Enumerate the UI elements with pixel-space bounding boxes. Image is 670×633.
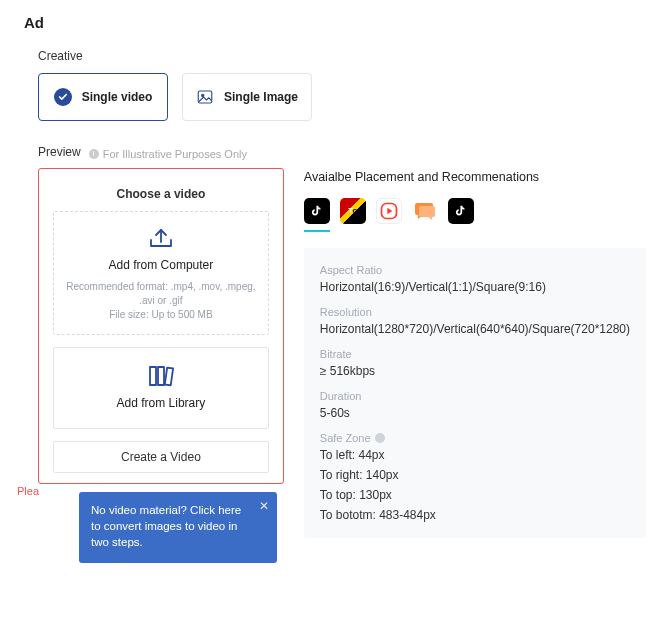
preview-label: Preview [38,145,81,159]
image-icon [196,88,214,106]
preview-header: Preview i For Illustrative Purposes Only [38,145,646,160]
safezone-top: To top: 130px [320,488,630,502]
app-icon-tiktok[interactable] [304,198,330,224]
error-text: Plea [17,485,39,497]
tooltip-convert-images: No video material? Click here to convert… [79,492,277,562]
single-image-label: Single Image [224,90,298,104]
aspect-ratio-label: Aspect Ratio [320,264,630,276]
duration-value: 5-60s [320,406,630,420]
preview-note-text: For Illustrative Purposes Only [103,148,247,160]
bitrate-value: ≥ 516kbps [320,364,630,378]
page-title: Ad [24,14,646,31]
creative-label: Creative [38,49,646,63]
app-icon-vigo[interactable] [376,198,402,224]
spec-box: Aspect Ratio Horizontal(16:9)/Vertical(1… [304,248,646,538]
create-video-button[interactable]: Create a Video [53,441,269,473]
add-from-computer-label: Add from Computer [64,258,258,272]
single-video-option[interactable]: Single video [38,73,168,121]
info-icon: i [89,149,99,159]
tooltip-text: No video material? Click here to convert… [91,504,241,548]
placement-underline [304,230,330,232]
preview-panel: Choose a video Add from Computer Recomme… [38,168,284,484]
bitrate-label: Bitrate [320,348,630,360]
upload-icon [64,226,258,250]
safezone-label: Safe Zone [320,432,630,444]
safezone-label-text: Safe Zone [320,432,371,444]
preview-note: i For Illustrative Purposes Only [89,148,247,160]
placement-apps: To [304,198,646,224]
resolution-label: Resolution [320,306,630,318]
placements-title: Avaialbe Placement and Recommenations [304,170,646,184]
single-image-option[interactable]: Single Image [182,73,312,121]
svg-rect-3 [158,367,164,385]
app-icon-buzzvideo[interactable]: To [340,198,366,224]
svg-rect-0 [198,91,212,103]
safezone-bottom: To bototm: 483-484px [320,508,630,522]
creative-options: Single video Single Image [38,73,646,121]
check-icon [54,88,72,106]
safezone-right: To right: 140px [320,468,630,482]
preview-panel-title: Choose a video [53,187,269,201]
resolution-value: Horizontal(1280*720)/Vertical(640*640)/S… [320,322,630,336]
add-from-computer-hint2: File size: Up to 500 MB [64,308,258,322]
add-from-computer[interactable]: Add from Computer Recommended format: .m… [53,211,269,335]
help-icon[interactable] [375,433,385,443]
add-from-computer-hint1: Recommended format: .mp4, .mov, .mpeg, .… [64,280,258,308]
duration-label: Duration [320,390,630,402]
safezone-left: To left: 44px [320,448,630,462]
add-from-library[interactable]: Add from Library [53,347,269,429]
app-icon-chat[interactable] [412,198,438,224]
placements-column: Avaialbe Placement and Recommenations To… [304,168,646,538]
aspect-ratio-value: Horizontal(16:9)/Vertical(1:1)/Square(9:… [320,280,630,294]
close-icon[interactable]: ✕ [259,498,269,515]
app-icon-topbuzz[interactable] [448,198,474,224]
library-icon [64,364,258,388]
add-from-library-label: Add from Library [64,396,258,410]
svg-rect-2 [150,367,156,385]
svg-rect-4 [165,367,173,385]
single-video-label: Single video [82,90,153,104]
